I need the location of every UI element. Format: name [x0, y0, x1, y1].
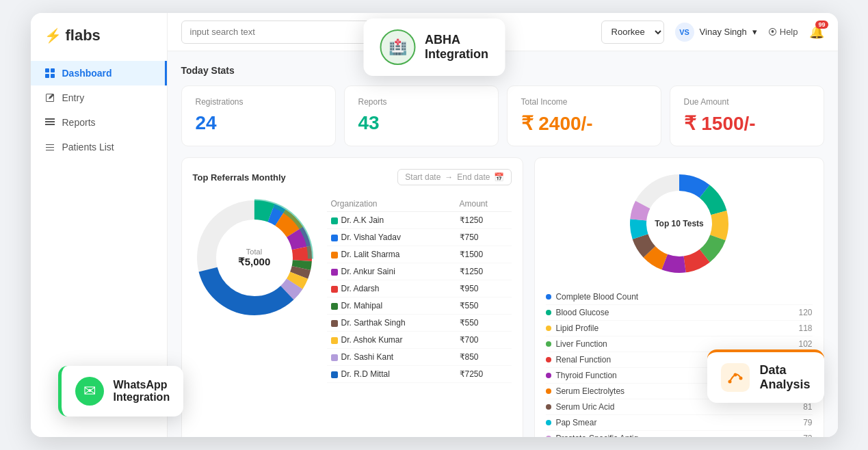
- referrals-title: Top Referrals Monthly: [193, 172, 286, 183]
- abha-title: ABHA: [425, 33, 460, 47]
- whatsapp-title: WhatsApp: [114, 379, 168, 391]
- table-row: Dr. Adarsh ₹950: [327, 280, 512, 297]
- table-row: Dr. A.K Jain ₹1250: [327, 212, 512, 229]
- table-row: Dr. Ankur Saini ₹1250: [327, 263, 512, 280]
- sidebar-item-dashboard[interactable]: Dashboard: [31, 61, 167, 85]
- data-analysis-icon: [721, 363, 750, 392]
- sidebar-item-reports[interactable]: Reports: [31, 110, 167, 135]
- referral-amount: ₹1500: [456, 246, 512, 263]
- user-menu[interactable]: VS Vinay Singh ▾: [675, 23, 757, 42]
- referral-amount: ₹950: [456, 280, 512, 297]
- referral-amount: ₹1250: [456, 263, 512, 280]
- test-dot: [546, 436, 551, 437]
- table-row: Dr. Lalit Sharma ₹1500: [327, 246, 512, 263]
- table-icon: [44, 117, 55, 128]
- test-label: Serum Uric Acid: [555, 402, 614, 412]
- stats-row: Registrations 24 Reports 43 Total Income…: [181, 85, 824, 146]
- referral-amount: ₹1250: [456, 212, 512, 229]
- test-count: 81: [803, 402, 812, 412]
- test-name: Pap Smear: [546, 418, 596, 427]
- referral-org: Dr. A.K Jain: [327, 212, 456, 229]
- abha-subtitle: Integration: [425, 47, 488, 61]
- test-dot: [546, 420, 551, 425]
- test-count: 120: [798, 308, 812, 317]
- stat-value-registrations: 24: [196, 112, 321, 134]
- abha-integration-card[interactable]: 🏥 ABHAIntegration: [363, 18, 505, 76]
- stat-card-income: Total Income ₹ 2400/-: [507, 85, 661, 146]
- stat-label-reports: Reports: [358, 97, 484, 107]
- table-row: Dr. Sarthak Singh ₹550: [327, 315, 512, 332]
- test-label: Lipid Profile: [555, 323, 599, 333]
- referrals-panel: Top Referrals Monthly Start date → End d…: [181, 157, 524, 437]
- col-organization: Organization: [327, 196, 456, 212]
- test-label: Thyroid Function: [555, 371, 616, 380]
- sidebar-item-dashboard-label: Dashboard: [62, 68, 112, 79]
- referral-org: Dr. Sashi Kant: [327, 349, 456, 366]
- help-button[interactable]: ⦿ Help: [768, 27, 798, 37]
- svg-rect-2: [45, 74, 49, 78]
- svg-rect-1: [51, 68, 55, 72]
- sidebar-item-entry-label: Entry: [62, 92, 85, 103]
- test-label: Pap Smear: [555, 418, 596, 427]
- test-name: Prostate-Specific Antig: [546, 434, 638, 437]
- referral-amount: ₹550: [456, 315, 512, 332]
- sidebar-item-reports-label: Reports: [62, 117, 96, 128]
- table-row: Dr. Ashok Kumar ₹700: [327, 332, 512, 349]
- location-select[interactable]: Roorkee: [601, 21, 664, 44]
- user-name: Vinay Singh: [700, 27, 747, 37]
- table-row: Dr. Sashi Kant ₹850: [327, 349, 512, 366]
- donut-label: Total ₹5,000: [238, 248, 271, 268]
- referral-org: Dr. Ankur Saini: [327, 263, 456, 280]
- chevron-down-icon: ▾: [752, 27, 757, 37]
- data-analysis-card[interactable]: DataAnalysis: [707, 349, 824, 403]
- test-dot: [546, 357, 551, 362]
- test-name: Renal Function: [546, 355, 611, 365]
- test-name: Liver Function: [546, 339, 607, 349]
- referrals-chart-area: Total ₹5,000 Organization Amount: [193, 196, 512, 383]
- sidebar-item-entry[interactable]: Entry: [31, 85, 167, 110]
- referral-org: Dr. Adarsh: [327, 280, 456, 297]
- whatsapp-integration-card[interactable]: ✉ WhatsAppIntegration: [58, 366, 184, 416]
- test-row: Complete Blood Count: [546, 289, 812, 305]
- test-name: Complete Blood Count: [546, 292, 638, 302]
- sidebar-item-patients[interactable]: Patients List: [31, 135, 167, 159]
- data-subtitle: Analysis: [759, 378, 810, 391]
- top10-donut: Top 10 Tests: [624, 169, 734, 278]
- test-row: Pap Smear 79: [546, 415, 812, 431]
- referrals-panel-header: Top Referrals Monthly Start date → End d…: [193, 169, 512, 185]
- table-row: Dr. R.D Mittal ₹7250: [327, 366, 512, 383]
- date-start: Start date: [405, 172, 440, 182]
- date-end: End date: [457, 172, 490, 182]
- referral-amount: ₹550: [456, 297, 512, 315]
- whatsapp-subtitle: Integration: [114, 391, 170, 403]
- help-label: Help: [780, 27, 798, 37]
- donut-sub-label: Total: [238, 248, 271, 256]
- referral-amount: ₹850: [456, 349, 512, 366]
- test-dot: [546, 326, 551, 331]
- stat-label-income: Total Income: [521, 97, 647, 107]
- test-row: Prostate-Specific Antig 72: [546, 431, 812, 437]
- referral-org: Dr. Sarthak Singh: [327, 315, 456, 332]
- logo-text: flabs: [66, 27, 101, 44]
- test-label: Serum Electrolytes: [555, 386, 624, 396]
- whatsapp-text: WhatsAppIntegration: [114, 379, 170, 403]
- notification-badge: 99: [815, 21, 828, 29]
- whatsapp-icon: ✉: [75, 377, 104, 406]
- stat-value-due: ₹ 1500/-: [684, 112, 810, 135]
- list-icon: [44, 142, 55, 153]
- test-label: Complete Blood Count: [555, 292, 638, 302]
- notification-button[interactable]: 🔔 99: [809, 25, 824, 40]
- col-amount: Amount: [456, 196, 512, 212]
- logo: ⚡ flabs: [31, 13, 167, 55]
- test-name: Blood Glucose: [546, 308, 609, 317]
- test-count: 118: [798, 323, 812, 333]
- test-dot: [546, 310, 551, 315]
- arrow-icon: →: [445, 172, 453, 182]
- referral-org: Dr. Vishal Yadav: [327, 229, 456, 246]
- date-range-picker[interactable]: Start date → End date 📅: [397, 169, 512, 185]
- test-dot: [546, 341, 551, 347]
- referral-table: Organization Amount Dr. A.K Jain ₹1250 D…: [327, 196, 512, 383]
- referral-amount: ₹7250: [456, 366, 512, 383]
- test-dot: [546, 294, 551, 300]
- table-row: Dr. Vishal Yadav ₹750: [327, 229, 512, 246]
